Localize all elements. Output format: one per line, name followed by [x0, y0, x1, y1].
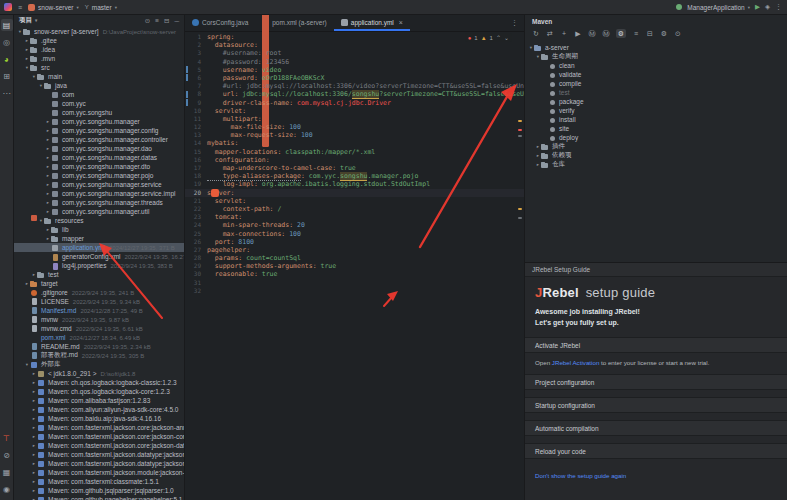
maven-tree-item[interactable]: ▸仓库 [525, 160, 787, 169]
tree-item[interactable]: ▸test [14, 270, 184, 279]
tree-item[interactable]: ▸target [14, 279, 184, 288]
structure-tool-icon[interactable]: ⊞ [1, 70, 13, 82]
maven-tree-item[interactable]: ▾生命周期 [525, 52, 787, 61]
editor-line[interactable]: 15 mapper-locations: classpath:/mapper/*… [185, 148, 524, 156]
editor-tab-application-yml[interactable]: application.yml× [334, 14, 410, 31]
maven-tree-item[interactable]: ▸依赖项 [525, 151, 787, 160]
editor-line[interactable]: 19 log-impl: org.apache.ibatis.logging.s… [185, 180, 524, 188]
maven-tree-item[interactable]: ▸插件 [525, 142, 787, 151]
jrebel-section-startup-configuration[interactable]: Startup configuration [525, 397, 787, 413]
inspection-widget[interactable]: ●1 ▲1 ⌃ ⌄ [465, 33, 512, 42]
tree-item[interactable]: ▸Maven: com.fasterxml.jackson.module:jac… [14, 468, 184, 477]
jrebel-section-reload-your-code[interactable]: Reload your code [525, 443, 787, 459]
editor-line[interactable]: 23 tomcat: [185, 213, 524, 221]
plugin-tool-icon[interactable]: ◕ [1, 53, 13, 65]
jrebel-section-automatic-compilation[interactable]: Automatic compilation [525, 420, 787, 436]
tree-item[interactable]: log4j.properties2022/9/24 19:35, 383 B [14, 261, 184, 270]
close-icon[interactable]: × [399, 19, 403, 26]
hide-maven-icon[interactable]: ⊙ [674, 29, 682, 38]
editor-line[interactable]: 18 type-aliases-package: com.yyc.songshu… [185, 172, 524, 180]
prev-issue-icon[interactable]: ⌃ [496, 34, 501, 41]
tree-item[interactable]: mvnw.cmd2022/9/24 19:35, 6.61 kB [14, 324, 184, 333]
jrebel-activation-link[interactable]: JRebel Activation [552, 359, 599, 366]
tree-item[interactable]: ▾main [14, 72, 184, 81]
editor-line[interactable]: 16 configuration: [185, 156, 524, 164]
tree-item[interactable]: 部署教程.md2022/9/24 19:35, 305 B [14, 351, 184, 360]
tree-item[interactable]: ▸com.yyc.songshu.manager.dao [14, 144, 184, 153]
tree-item[interactable]: ▸com.yyc.songshu.manager.datas [14, 153, 184, 162]
editor-line[interactable]: 29 support-methods-arguments: true [185, 262, 524, 270]
terminal-tool-icon[interactable]: ▦ [1, 466, 13, 478]
tree-item[interactable]: generatorConfig.xml2022/9/24 19:35, 16.2… [14, 252, 184, 261]
tree-item[interactable]: .gitignore2022/9/24 19:35, 241 B [14, 288, 184, 297]
editor-line[interactable]: 21 servlet: [185, 197, 524, 205]
collapse-all-icon[interactable]: ⊟ [646, 29, 654, 38]
maven-tree-item[interactable]: test [525, 88, 787, 97]
run-button[interactable]: ▶ [755, 3, 760, 11]
more-actions-icon[interactable]: ⋮ [775, 3, 782, 11]
editor-line[interactable]: 17 map-underscore-to-camel-case: true [185, 164, 524, 172]
maven-tree-item[interactable]: verify [525, 106, 787, 115]
editor-line[interactable]: 5 username: video [185, 66, 524, 74]
editor-line[interactable]: 32 [185, 287, 524, 295]
editor-line[interactable]: 2 datasource: [185, 41, 524, 49]
tree-item[interactable]: ▸Maven: com.fasterxml.jackson.datatype:j… [14, 459, 184, 468]
tree-item[interactable]: ▸.idea [14, 45, 184, 54]
editor-line[interactable]: 6 password: eOrD188FAeOBKScX [185, 74, 524, 82]
editor-line[interactable]: 14mybatis: [185, 139, 524, 147]
tree-item[interactable]: ▸Maven: com.github.jsqlparser:jsqlparser… [14, 486, 184, 495]
offline-mode-icon[interactable]: Ⓜ [602, 29, 610, 38]
tree-item[interactable]: ▸Maven: com.fasterxml.jackson.core:jacks… [14, 423, 184, 432]
profiles-icon[interactable]: Ⓜ [588, 29, 596, 38]
debug-button[interactable]: ◈ [765, 3, 770, 11]
maven-tree-item[interactable]: deploy [525, 133, 787, 142]
tree-item[interactable]: ▸com.yyc.songshu.manager.pojo [14, 171, 184, 180]
tree-item[interactable]: ▸Maven: com.baidu.aip:java-sdk:4.16.16 [14, 414, 184, 423]
maven-tree-item[interactable]: clean [525, 61, 787, 70]
editor-line[interactable]: 3 #username: root [185, 49, 524, 57]
problems-tool-icon[interactable]: ◉ [1, 483, 13, 495]
jrebel-tool-icon[interactable]: ⊤ [1, 432, 13, 444]
tree-item[interactable]: ▸Maven: com.aliyun:aliyun-java-sdk-core:… [14, 405, 184, 414]
tree-item[interactable]: ▸com.yyc.songshu.manager.service.impl [14, 189, 184, 198]
generate-sources-icon[interactable]: ⇄ [546, 29, 554, 38]
tree-item[interactable]: ▸Maven: com.fasterxml:classmate:1.5.1 [14, 477, 184, 486]
editor-body[interactable]: ●1 ▲1 ⌃ ⌄ 1spring:2 datasource:3 #userna… [185, 31, 524, 500]
tree-item[interactable]: ▸Maven: com.github.pagehelper:pagehelper… [14, 495, 184, 500]
tree-item[interactable]: ▸Maven: com.fasterxml.jackson.core:jacks… [14, 432, 184, 441]
tree-item[interactable]: mvnw2022/9/24 19:35, 9.87 kB [14, 315, 184, 324]
tree-item[interactable]: ▸Maven: com.fasterxml.jackson.datatype:j… [14, 450, 184, 459]
editor-line[interactable]: 12 max-file-size: 100 [185, 123, 524, 131]
editor-line[interactable]: 7 #url: jdbc:mysql://localhost:3306/vide… [185, 82, 524, 90]
tab-options-icon[interactable]: ⋮ [511, 19, 524, 27]
tree-item[interactable]: ▸Maven: ch.qos.logback:logback-core:1.2.… [14, 387, 184, 396]
tree-item[interactable]: com.yyc [14, 99, 184, 108]
editor-line[interactable]: 24 min-spare-threads: 20 [185, 221, 524, 229]
commit-tool-icon[interactable]: ◎ [1, 36, 13, 48]
run-tool-icon[interactable]: ⊘ [1, 449, 13, 461]
editor-line[interactable]: 26 port: 8100 [185, 238, 524, 246]
jrebel-section-project-configuration[interactable]: Project configuration [525, 374, 787, 390]
next-issue-icon[interactable]: ⌄ [504, 34, 509, 41]
editor-line[interactable]: 8 url: jdbc:mysql://localhost:3306/songs… [185, 90, 524, 98]
tree-item[interactable]: ▾resources [14, 216, 184, 225]
run-config-selector[interactable]: ManagerApplication ▾ [687, 4, 750, 11]
maven-tree-item[interactable]: validate [525, 70, 787, 79]
editor-tab-corsconfig-java[interactable]: CorsConfig.java [185, 14, 255, 31]
tree-item[interactable]: ▸com.yyc.songshu.manager.service [14, 180, 184, 189]
tree-item[interactable]: ▾snow-server [a-server]D:\JavaProject\sn… [14, 27, 184, 36]
editor-line[interactable]: 10 servlet: [185, 107, 524, 115]
editor-line[interactable]: 9 driver-class-name: com.mysql.cj.jdbc.D… [185, 99, 524, 107]
project-tool-icon[interactable]: ▤ [1, 19, 13, 31]
tree-item[interactable]: com.yyc.songshu [14, 108, 184, 117]
editor-line[interactable]: 31 [185, 279, 524, 287]
chevron-down-icon[interactable]: ▾ [35, 18, 37, 23]
maven-tree-item[interactable]: compile [525, 79, 787, 88]
editor-line[interactable]: 20server: [185, 189, 524, 197]
skip-tests-icon[interactable]: ⚙ [616, 29, 626, 38]
editor-line[interactable]: 30 reasonable: true [185, 270, 524, 278]
tree-item[interactable]: ▸com.yyc.songshu.manager.threads [14, 198, 184, 207]
reload-maven-icon[interactable]: ↻ [532, 29, 540, 38]
tree-item[interactable]: ▸com.yyc.songshu.manager.util [14, 207, 184, 216]
editor-line[interactable]: 25 max-connections: 100 [185, 230, 524, 238]
